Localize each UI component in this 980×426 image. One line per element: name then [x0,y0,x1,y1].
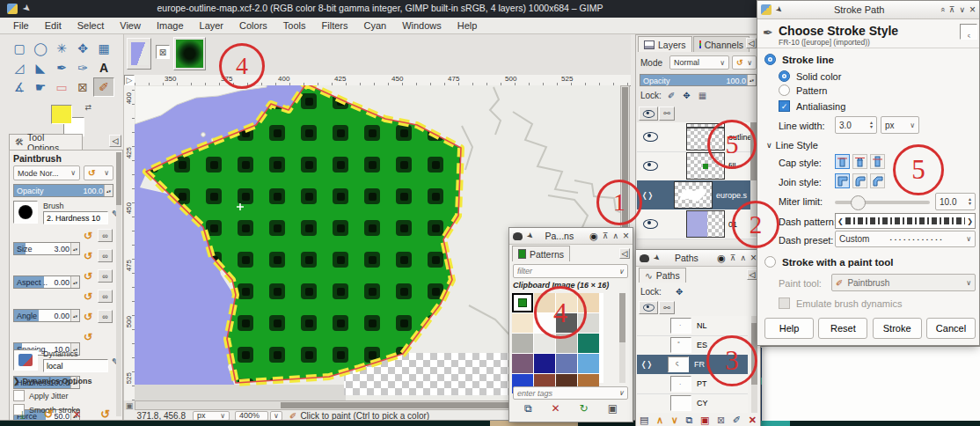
title-bar[interactable]: ➤ europe-outline-map.xcf-2.0 (RGB color … [0,0,760,18]
spin-buttons[interactable]: ▴▾ [969,197,971,206]
tab-menu-button[interactable]: ◁ [619,248,630,259]
stroke-line-radio[interactable] [764,54,776,65]
lock-alpha-icon[interactable]: ▦ [698,91,706,100]
visibility-icon[interactable] [643,219,658,229]
menu-image[interactable]: Image [149,18,192,33]
patterns-scrollbar[interactable] [619,293,625,383]
smudge-tool-icon[interactable]: ☛ [30,77,51,97]
help-button[interactable]: Help [764,318,814,339]
line-style-expander[interactable]: ∨ Line Style [766,140,818,151]
menu-windows[interactable]: Windows [394,18,450,33]
pattern-swatch[interactable] [512,354,533,373]
solid-color-radio[interactable] [779,70,790,82]
left-arrow-icon[interactable]: ❮ [836,217,845,225]
reset-size-icon[interactable]: ↺ [84,230,92,242]
path-name[interactable]: NL [697,321,707,330]
pattern-swatch[interactable] [578,354,599,373]
visibility-icon[interactable] [643,132,658,142]
reset-spacing-icon[interactable]: ↺ [84,290,92,303]
zoom-value-box[interactable]: 400% [235,411,268,421]
layer-thumbnail[interactable] [674,181,713,209]
menu-cyan[interactable]: Cyan [355,18,394,33]
menu-file[interactable]: File [5,18,37,33]
dash-preset-select[interactable]: Custom ▪ ▪ ▪ ▪ ▪ ▪ ▪ ▪ ▪ ▪ ▪ ▪ ∨ [835,231,976,247]
tab-channels[interactable]: Channels [693,36,750,52]
cap-butt-button[interactable] [835,154,850,169]
path-row-nl[interactable]: · NL [637,316,748,336]
swap-colors-icon[interactable]: ⇄ [84,103,91,112]
reset-hardness-icon[interactable]: ↺ [84,311,92,323]
link-header[interactable]: ⚯ [659,301,675,314]
delete-path-icon[interactable]: ✕ [749,415,757,426]
measure-tool-icon[interactable]: ∡ [9,77,30,97]
lock-paint-icon[interactable]: ✐ [668,91,675,100]
aspect-slider[interactable]: Aspect .. 0.00 ▴▾ [13,275,80,289]
link-hardness-button[interactable]: ∞ [98,310,113,323]
cancel-button[interactable]: Cancel [926,318,976,339]
join-bevel-button[interactable] [870,173,885,188]
antialiasing-checkbox[interactable]: ✓ [779,100,790,112]
image-tab[interactable] [127,38,151,70]
rectangle-select-tool-icon[interactable]: ▢ [9,39,30,58]
slider-handle[interactable] [851,195,866,210]
spin-buttons[interactable]: ▴▾ [70,243,79,254]
brush-preview[interactable] [13,201,38,224]
duplicate-path-icon[interactable]: ⧉ [685,415,692,426]
shade-icon[interactable]: ∧ [612,231,618,240]
stroke-path-icon[interactable]: ✐ [733,415,741,426]
floating-visibility-icon[interactable]: ❬❭ [640,360,652,369]
close-icon[interactable]: × [969,4,976,16]
right-arrow-icon[interactable]: ❯ [965,217,975,225]
spin-buttons[interactable]: ▴▾ [104,185,113,196]
foreground-color-swatch[interactable] [51,105,72,124]
shade-icon[interactable]: ∧ [740,253,746,262]
clone-tool-icon[interactable]: ⊠ [72,77,93,97]
free-select-tool-icon[interactable]: ◯ [30,39,51,58]
bucket-fill-tool-icon[interactable]: ◣ [30,58,51,77]
paintbrush-tool-icon[interactable]: ✐ [93,77,114,97]
pattern-tags-input[interactable]: enter tags ∨ [513,386,628,400]
emulate-dynamics-row[interactable]: Emulate brush dynamics [779,297,902,309]
unit-select[interactable]: px ∨ [193,411,230,421]
lock-position-icon[interactable]: ✥ [676,287,683,297]
dock-icon[interactable]: ⊼ [603,231,609,240]
menu-view[interactable]: View [112,18,149,33]
menu-help[interactable]: Help [450,18,486,33]
layer-opacity-slider[interactable]: Opacity 100.0 ▴▾ [640,74,757,86]
lock-position-icon[interactable]: ✥ [683,91,690,100]
reset-button[interactable]: Reset [818,318,867,339]
fuzzy-select-tool-icon[interactable]: ✳ [51,39,72,58]
pattern-swatch[interactable] [578,334,599,353]
layer-mode-options[interactable]: ↺ ∨ [732,55,757,70]
cap-square-button[interactable] [870,154,885,169]
dynamics-preview[interactable] [13,349,38,371]
apply-jitter-row[interactable]: Apply Jitter [13,390,69,401]
pattern-filter-input[interactable]: filter ∨ [513,264,628,278]
quick-mask-button[interactable]: ▣ [124,400,135,410]
menu-tools[interactable]: Tools [275,18,314,33]
menu-edit[interactable]: Edit [37,18,69,33]
join-round-button[interactable] [852,173,867,188]
raise-path-icon[interactable]: ∧ [656,415,663,426]
dialog-menu-icon[interactable]: ◉ [589,231,598,242]
tool-options-scrollbar[interactable] [116,152,121,416]
angle-slider[interactable]: Angle 0.00 ▴▾ [13,309,80,322]
brush-name-field[interactable]: 2. Hardness 10 [43,211,108,224]
spin-buttons[interactable]: ▴▾ [70,276,79,288]
tab-tool-options[interactable]: 🛠 Tool Options [9,134,83,150]
shear-tool-icon[interactable]: ◿ [9,58,30,77]
open-pattern-icon[interactable]: ▣ [608,402,618,415]
restore-preset-icon[interactable]: ↺ [44,408,54,421]
paths-tool-icon[interactable]: ✒ [51,58,72,77]
dock-icon[interactable]: ⊼ [949,5,955,14]
reset-tool-options-icon[interactable]: ↺ [100,408,110,421]
stroke-button[interactable]: Stroke [873,318,922,339]
pattern-swatch-clipboard[interactable] [512,293,533,312]
pattern-swatch[interactable] [512,313,533,333]
move-tool-icon[interactable]: ✥ [72,39,93,58]
spin-buttons[interactable]: ▴▾ [870,121,873,129]
pattern-radio-row[interactable]: Pattern [779,84,827,96]
patterns-title-bar[interactable]: ➤ Pa...ns ◉ ⊼ ∧ × [509,228,633,245]
tab-patterns[interactable]: Patterns [512,246,570,261]
pattern-radio[interactable] [779,84,790,96]
